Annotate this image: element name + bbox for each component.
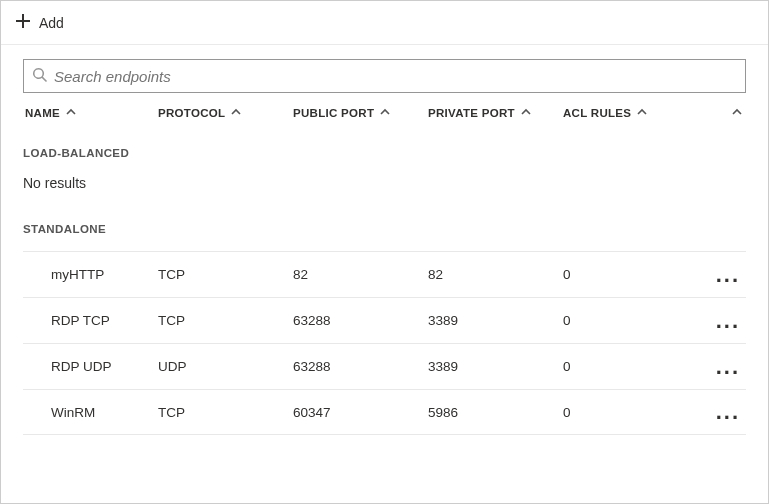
cell-private-port: 3389 — [428, 359, 563, 374]
column-header-public-port-label: PUBLIC PORT — [293, 107, 374, 119]
column-header-name-label: NAME — [25, 107, 60, 119]
sort-caret-icon — [66, 107, 76, 119]
sort-caret-icon — [521, 107, 531, 119]
sort-caret-icon — [637, 107, 647, 119]
search-icon — [32, 67, 48, 86]
cell-acl-rules: 0 — [563, 405, 683, 420]
table-row[interactable]: RDP UDP UDP 63288 3389 0 ... — [23, 343, 746, 389]
cell-name: RDP UDP — [23, 359, 158, 374]
column-headers: NAME PROTOCOL PUBLIC PORT PRIVATE PORT A… — [23, 107, 746, 133]
sort-caret-icon — [231, 107, 241, 119]
command-bar: Add — [1, 1, 768, 45]
search-box[interactable] — [23, 59, 746, 93]
cell-protocol: UDP — [158, 359, 293, 374]
column-header-private-port[interactable]: PRIVATE PORT — [428, 107, 563, 119]
cell-private-port: 3389 — [428, 313, 563, 328]
plus-icon — [15, 13, 31, 32]
column-header-protocol[interactable]: PROTOCOL — [158, 107, 293, 119]
search-input[interactable] — [54, 68, 737, 85]
cell-name: myHTTP — [23, 267, 158, 282]
table-row[interactable]: RDP TCP TCP 63288 3389 0 ... — [23, 297, 746, 343]
column-header-private-port-label: PRIVATE PORT — [428, 107, 515, 119]
cell-name: WinRM — [23, 405, 158, 420]
cell-protocol: TCP — [158, 313, 293, 328]
cell-public-port: 63288 — [293, 313, 428, 328]
sort-caret-icon — [380, 107, 390, 119]
cell-protocol: TCP — [158, 267, 293, 282]
table-row[interactable]: myHTTP TCP 82 82 0 ... — [23, 251, 746, 297]
sort-caret-icon — [732, 107, 742, 119]
cell-acl-rules: 0 — [563, 267, 683, 282]
cell-acl-rules: 0 — [563, 359, 683, 374]
cell-public-port: 82 — [293, 267, 428, 282]
cell-private-port: 82 — [428, 267, 563, 282]
column-header-protocol-label: PROTOCOL — [158, 107, 225, 119]
cell-public-port: 63288 — [293, 359, 428, 374]
add-button[interactable]: Add — [15, 13, 64, 32]
column-header-name[interactable]: NAME — [23, 107, 158, 119]
content-area: NAME PROTOCOL PUBLIC PORT PRIVATE PORT A… — [1, 45, 768, 503]
cell-protocol: TCP — [158, 405, 293, 420]
cell-public-port: 60347 — [293, 405, 428, 420]
endpoints-panel: Add NAME PROTOCOL PUBLIC PORT PRI — [0, 0, 769, 504]
load-balanced-empty: No results — [23, 175, 746, 205]
section-load-balanced-label: LOAD-BALANCED — [23, 133, 746, 175]
cell-private-port: 5986 — [428, 405, 563, 420]
cell-acl-rules: 0 — [563, 313, 683, 328]
column-header-acl-rules[interactable]: ACL RULES — [563, 107, 683, 119]
column-header-spacer — [683, 107, 746, 119]
cell-name: RDP TCP — [23, 313, 158, 328]
add-button-label: Add — [39, 15, 64, 31]
table-row[interactable]: WinRM TCP 60347 5986 0 ... — [23, 389, 746, 435]
standalone-rows: myHTTP TCP 82 82 0 ... RDP TCP TCP 63288… — [23, 251, 746, 435]
column-header-public-port[interactable]: PUBLIC PORT — [293, 107, 428, 119]
section-standalone-label: STANDALONE — [23, 205, 746, 251]
column-header-acl-rules-label: ACL RULES — [563, 107, 631, 119]
